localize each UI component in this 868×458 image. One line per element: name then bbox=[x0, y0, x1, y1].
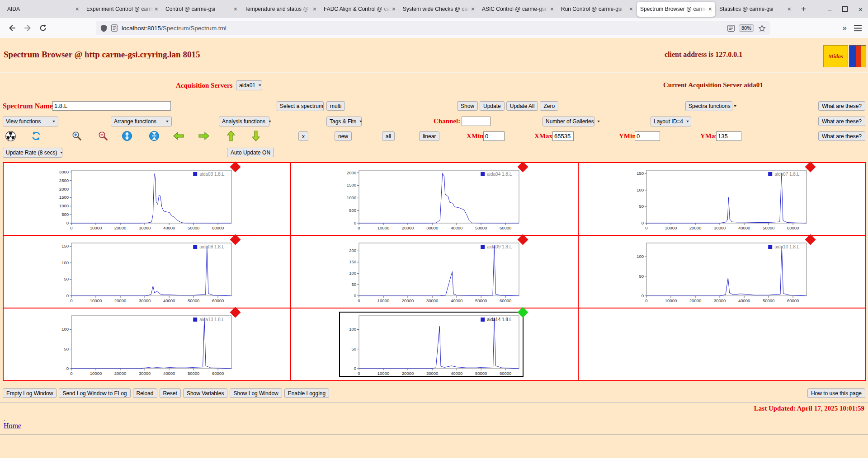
pan-down-icon[interactable] bbox=[250, 130, 262, 142]
arrange-functions-dropdown[interactable]: Arrange functions bbox=[111, 117, 172, 126]
send-log-window-to-elog-button[interactable]: Send Log Window to ELog bbox=[59, 388, 130, 398]
zoom-out-icon[interactable] bbox=[97, 130, 109, 142]
tab-close-icon[interactable]: × bbox=[234, 6, 237, 12]
select-spectrum-dropdown[interactable]: Select a spectrum bbox=[277, 101, 324, 111]
tab-close-icon[interactable]: × bbox=[629, 6, 633, 12]
tab[interactable]: FADC Align & Control @ carme× bbox=[321, 2, 399, 17]
ymax-input[interactable] bbox=[716, 131, 741, 141]
tab-close-icon[interactable]: × bbox=[788, 6, 791, 12]
tab[interactable]: Statistics @ carme-gsi× bbox=[716, 2, 794, 17]
url-domain: localhost:8015 bbox=[122, 25, 161, 32]
tab[interactable]: System wide Checks @ carme× bbox=[400, 2, 478, 17]
page-info-icon[interactable] bbox=[111, 24, 118, 32]
tab-close-icon[interactable]: × bbox=[75, 6, 79, 12]
tab[interactable]: Experiment Control @ carme-gsi× bbox=[83, 2, 161, 17]
maximize-button[interactable] bbox=[842, 5, 848, 13]
what-are-these-button-3[interactable]: What are these? bbox=[818, 131, 865, 141]
reset-button[interactable]: Reset bbox=[160, 388, 181, 398]
tab-close-icon[interactable]: × bbox=[155, 6, 158, 12]
reload-button[interactable]: Reload bbox=[133, 388, 157, 398]
auto-update-button[interactable]: Auto Update ON bbox=[227, 148, 274, 157]
show-button[interactable]: Show bbox=[457, 101, 478, 111]
tab-close-icon[interactable]: × bbox=[392, 6, 396, 12]
spectrum-chart-aida10[interactable]: 0501000100002000030000400005000060000aid… bbox=[627, 240, 810, 304]
how-to-use-button[interactable]: How to use this page bbox=[807, 388, 865, 398]
chevron-down-icon bbox=[269, 121, 271, 122]
radiation-icon[interactable] bbox=[5, 130, 16, 142]
tab-title: AIDA bbox=[7, 6, 74, 12]
view-functions-dropdown[interactable]: View functions bbox=[3, 117, 58, 126]
reader-view-icon[interactable] bbox=[727, 25, 735, 32]
x-axis-button[interactable]: x bbox=[298, 131, 308, 141]
pan-right-icon[interactable] bbox=[198, 130, 210, 142]
minimize-button[interactable]: – bbox=[828, 5, 831, 13]
tab[interactable]: Run Control @ carme-gsi× bbox=[558, 2, 636, 17]
layout-id-dropdown[interactable]: Layout ID=4 bbox=[651, 117, 691, 126]
tab-title: Spectrum Browser @ carme-gsi bbox=[640, 6, 707, 12]
empty-log-window-button[interactable]: Empty Log Window bbox=[3, 388, 57, 398]
spectrum-chart-aida03[interactable]: 0500100015002000250030000100002000030000… bbox=[52, 167, 235, 231]
spectrum-name-input[interactable] bbox=[52, 101, 171, 111]
url-text[interactable]: localhost:8015/Spectrum/Spectrum.tml bbox=[122, 25, 723, 32]
linear-button[interactable]: linear bbox=[419, 131, 439, 141]
tab[interactable]: Control @ carme-gsi× bbox=[162, 2, 241, 17]
tab-close-icon[interactable]: × bbox=[313, 6, 316, 12]
spectrum-chart-aida08[interactable]: 0501001500100002000030000400005000060000… bbox=[52, 240, 235, 304]
tab[interactable]: Temperature and status @ carme× bbox=[241, 2, 320, 17]
spectrum-chart-aida04[interactable]: 0500100015002000010000200003000040000500… bbox=[340, 167, 523, 231]
menu-icon[interactable] bbox=[854, 25, 862, 32]
overflow-chevron-icon[interactable]: » bbox=[843, 23, 847, 33]
tab-close-icon[interactable]: × bbox=[550, 6, 554, 12]
home-link[interactable]: Home bbox=[4, 422, 21, 430]
spectrum-chart-aida13[interactable]: 0501000100002000030000400005000060000aid… bbox=[52, 313, 235, 376]
pan-left-icon[interactable] bbox=[173, 130, 184, 142]
tags-fits-dropdown[interactable]: Tags & Fits bbox=[326, 117, 362, 126]
enable-logging-button[interactable]: Enable Logging bbox=[284, 388, 329, 398]
xmin-input[interactable] bbox=[483, 131, 505, 141]
xmax-input[interactable] bbox=[552, 131, 574, 141]
tab[interactable]: AIDA× bbox=[4, 2, 82, 17]
svg-text:0: 0 bbox=[354, 366, 356, 371]
tab-close-icon[interactable]: × bbox=[708, 6, 712, 12]
acquisition-server-select[interactable]: aida01 bbox=[236, 80, 262, 90]
spectra-functions-dropdown[interactable]: Spectra functions bbox=[685, 101, 732, 111]
forward-button[interactable] bbox=[20, 21, 35, 35]
close-button[interactable]: × bbox=[859, 5, 863, 13]
pan-up-icon[interactable] bbox=[225, 130, 237, 142]
all-button[interactable]: all bbox=[382, 131, 395, 141]
update-button[interactable]: Update bbox=[480, 101, 505, 111]
new-tab-button[interactable]: + bbox=[798, 4, 809, 14]
zoom-indicator[interactable]: 80% bbox=[739, 24, 754, 32]
bookmark-star-icon[interactable] bbox=[758, 24, 766, 32]
zoom-y-compress-icon[interactable] bbox=[148, 130, 160, 142]
show-variables-button[interactable]: Show Variables bbox=[183, 388, 228, 398]
tab-active[interactable]: Spectrum Browser @ carme-gsi× bbox=[637, 2, 715, 17]
refresh-icon[interactable] bbox=[30, 130, 42, 142]
channel-input[interactable] bbox=[462, 117, 491, 126]
spectrum-chart-aida09[interactable]: 0501001502000100002000030000400005000060… bbox=[340, 240, 523, 304]
tab[interactable]: ASIC Control @ carme-gsi× bbox=[479, 2, 557, 17]
update-rate-dropdown[interactable]: Update Rate (8 secs) bbox=[3, 148, 62, 158]
show-log-window-button[interactable]: Show Log Window bbox=[230, 388, 282, 398]
spectrum-chart-aida14[interactable]: 0501000100002000030000400005000060000aid… bbox=[339, 312, 524, 377]
multi-button[interactable]: multi bbox=[326, 101, 345, 111]
spectrum-plot: 0501000100002000030000400005000060000aid… bbox=[627, 240, 810, 304]
new-button[interactable]: new bbox=[335, 131, 352, 141]
number-of-galleries-dropdown[interactable]: Number of Galleries bbox=[542, 117, 594, 126]
url-bar[interactable]: localhost:8015/Spectrum/Spectrum.tml 80% bbox=[96, 21, 770, 35]
svg-text:0: 0 bbox=[358, 298, 360, 303]
zero-button[interactable]: Zero bbox=[540, 101, 558, 111]
zoom-y-expand-icon[interactable] bbox=[121, 130, 133, 142]
svg-text:40000: 40000 bbox=[738, 298, 750, 303]
ymin-input[interactable] bbox=[635, 131, 660, 141]
update-all-button[interactable]: Update All bbox=[506, 101, 538, 111]
analysis-functions-dropdown[interactable]: Analysis functions bbox=[219, 117, 269, 126]
back-button[interactable] bbox=[5, 21, 20, 35]
what-are-these-button-1[interactable]: What are these? bbox=[818, 101, 865, 111]
reload-button[interactable] bbox=[35, 21, 51, 35]
tab-close-icon[interactable]: × bbox=[471, 6, 475, 12]
svg-text:0: 0 bbox=[642, 293, 644, 298]
spectrum-chart-aida07[interactable]: 0501001500100002000030000400005000060000… bbox=[627, 167, 810, 231]
zoom-in-icon[interactable] bbox=[71, 130, 83, 142]
what-are-these-button-2[interactable]: What are these? bbox=[818, 117, 865, 126]
